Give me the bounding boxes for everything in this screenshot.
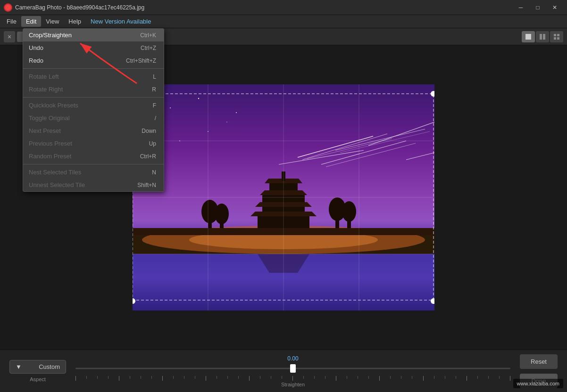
tick-mark: [456, 376, 456, 379]
menu-item-nest-tiles-label: Nest Selected Tiles: [29, 169, 81, 176]
tick-mark: [303, 376, 304, 379]
menu-item-unnest-tile-shortcut: Shift+N: [137, 182, 156, 188]
tick-mark: [119, 376, 119, 381]
menu-item-next-preset-shortcut: Down: [142, 128, 156, 134]
reset-button[interactable]: Reset: [520, 354, 558, 369]
aspect-control: ▼ Custom Aspect: [9, 360, 66, 382]
menu-item-next-preset-label: Next Preset: [29, 127, 61, 134]
menu-item-rotate-left: Rotate Left L: [23, 70, 164, 83]
straighten-thumb[interactable]: [290, 364, 296, 373]
tick-mark: [401, 376, 401, 379]
menu-item-quicklook-shortcut: F: [153, 102, 156, 109]
svg-rect-5: [557, 34, 559, 36]
straighten-slider-container[interactable]: // Will be rendered inline via the templ…: [75, 364, 510, 373]
tick-mark: [130, 376, 130, 379]
menu-item-redo-label: Redo: [29, 57, 43, 64]
menu-item-undo-shortcut: Ctrl+Z: [141, 45, 156, 51]
menu-help[interactable]: Help: [64, 16, 86, 27]
menu-file[interactable]: File: [2, 16, 21, 27]
menu-item-rotate-left-shortcut: L: [153, 74, 156, 80]
tick-mark: [292, 376, 293, 381]
tick-mark: [217, 376, 217, 379]
menu-item-nest-tiles-shortcut: N: [152, 169, 156, 176]
tick-mark: [336, 376, 336, 381]
svg-rect-6: [554, 37, 556, 40]
menu-item-prev-preset: Previous Preset Up: [23, 137, 164, 150]
svg-point-41: [170, 107, 171, 108]
title-text: CameraBag Photo - b8aeed9904ac17ec46225a…: [15, 4, 512, 11]
photo-background: [133, 84, 434, 310]
tick-mark: [271, 376, 271, 379]
tick-mark: [173, 376, 174, 379]
menu-item-random-preset: Random Preset Ctrl+R: [23, 150, 164, 163]
menu-view[interactable]: View: [41, 16, 64, 27]
tick-mark: [206, 376, 206, 381]
tick-mark: [227, 376, 228, 379]
straighten-control: 0.00 // Will be rendered inline via the …: [75, 355, 510, 387]
menu-bar: File Edit View Help New Version Availabl…: [0, 15, 567, 28]
title-bar: CameraBag Photo - b8aeed9904ac17ec46225a…: [0, 0, 567, 15]
photo-svg: [133, 84, 434, 310]
menu-item-rotate-right: Rotate Right R: [23, 83, 164, 96]
tick-mark: [260, 376, 260, 379]
tick-mark: [347, 376, 347, 379]
svg-point-28: [342, 201, 356, 222]
tick-mark: [477, 376, 478, 379]
tick-mark: [97, 376, 98, 379]
edit-dropdown-menu: Crop/Straighten Ctrl+K Undo Ctrl+Z Redo …: [23, 28, 164, 192]
bottom-panel: ▼ Custom Aspect 0.00 // Will be rendered…: [0, 350, 567, 392]
menu-newversion[interactable]: New Version Available: [86, 16, 156, 27]
tick-mark: [108, 376, 108, 379]
tick-mark: [162, 376, 163, 381]
menu-item-random-preset-label: Random Preset: [29, 153, 71, 160]
tick-mark: [141, 376, 141, 379]
close-tab-button[interactable]: ×: [4, 31, 15, 42]
view-split-v-button[interactable]: [550, 31, 563, 42]
view-split-h-button[interactable]: [536, 31, 549, 42]
menu-edit[interactable]: Edit: [21, 16, 41, 27]
menu-item-redo-shortcut: Ctrl+Shift+Z: [126, 57, 156, 64]
aspect-dropdown-button[interactable]: ▼ Custom: [9, 360, 66, 374]
svg-rect-2: [540, 34, 542, 40]
tick-mark: [510, 376, 510, 381]
svg-rect-7: [557, 37, 559, 40]
tick-mark: [325, 376, 325, 379]
straighten-value: 0.00: [287, 355, 298, 362]
tick-mark: [434, 376, 434, 379]
menu-divider-1: [23, 68, 164, 69]
tick-mark: [488, 376, 489, 379]
menu-item-rotate-right-shortcut: R: [152, 86, 156, 93]
menu-item-crop-shortcut: Ctrl+K: [140, 32, 156, 39]
tick-mark: [238, 376, 239, 379]
minimize-button[interactable]: ─: [512, 0, 529, 15]
aspect-chevron: ▼: [16, 363, 22, 370]
menu-item-crop[interactable]: Crop/Straighten Ctrl+K: [23, 29, 164, 41]
menu-item-unnest-tile: Unnest Selected Tile Shift+N: [23, 179, 164, 191]
menu-item-toggle-original-shortcut: /: [155, 115, 156, 122]
menu-item-nest-tiles: Nest Selected Tiles N: [23, 166, 164, 179]
tick-mark: [445, 376, 445, 379]
close-button[interactable]: ✕: [546, 0, 563, 15]
menu-item-rotate-left-label: Rotate Left: [29, 73, 59, 80]
svg-point-42: [198, 98, 199, 99]
svg-point-46: [236, 112, 237, 113]
tick-mark: [499, 376, 500, 379]
tick-mark: [423, 376, 424, 381]
app-icon: [4, 3, 12, 12]
menu-item-undo-label: Undo: [29, 44, 43, 51]
tick-mark: [379, 376, 380, 381]
svg-point-24: [215, 204, 229, 224]
tick-mark: [368, 376, 369, 379]
menu-item-crop-label: Crop/Straighten: [29, 32, 72, 39]
window-controls: ─ □ ✕: [512, 0, 563, 15]
tick-mark: [467, 376, 467, 381]
menu-item-undo[interactable]: Undo Ctrl+Z: [23, 41, 164, 54]
aspect-label: Aspect: [30, 376, 46, 382]
image-canvas[interactable]: [133, 84, 434, 310]
maximize-button[interactable]: □: [529, 0, 546, 15]
view-single-button[interactable]: [522, 31, 535, 42]
menu-item-redo[interactable]: Redo Ctrl+Shift+Z: [23, 54, 164, 67]
view-btn-group: [522, 31, 563, 42]
tick-mark: [282, 376, 282, 379]
tick-mark: [195, 376, 195, 379]
